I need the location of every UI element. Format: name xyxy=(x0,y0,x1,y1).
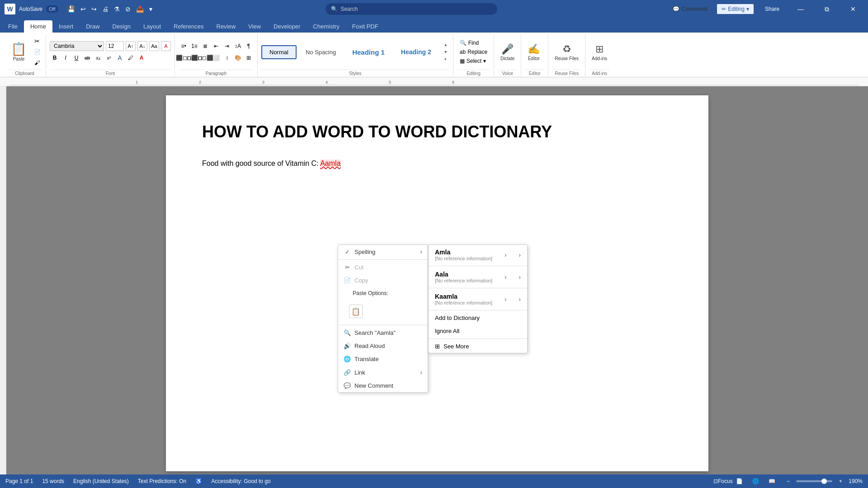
doc-page[interactable]: HOW TO ADD WORD TO WORD DICTIONARY Food … xyxy=(166,95,708,471)
restore-button[interactable]: ⧉ xyxy=(816,2,837,16)
tab-review[interactable]: Review xyxy=(210,20,242,33)
replace-icon: ab xyxy=(460,49,466,55)
print-button[interactable]: 🖨 xyxy=(100,5,110,14)
style-normal[interactable]: Normal xyxy=(261,45,297,59)
copy-button[interactable]: 📄 xyxy=(32,47,42,57)
addins-button[interactable]: ⊞ Add-ins xyxy=(589,42,610,63)
link-menu-item[interactable]: 🔗 Link xyxy=(338,366,428,379)
borders-button[interactable]: ⊞ xyxy=(244,53,254,63)
tab-view[interactable]: View xyxy=(242,20,267,33)
autosave-toggle[interactable]: Off xyxy=(46,5,58,13)
font-color-button[interactable]: A xyxy=(137,53,146,63)
numbering-button[interactable]: 1≡ xyxy=(189,41,199,51)
addins-group: ⊞ Add-ins Add-ins xyxy=(585,34,613,77)
bold-button[interactable]: B xyxy=(50,53,60,63)
styles-scroll-up[interactable]: ▲ xyxy=(442,42,449,48)
tab-foxitpdf[interactable]: Foxit PDF xyxy=(346,20,385,33)
share-button[interactable]: Share xyxy=(760,4,785,14)
cut-button[interactable]: ✂ xyxy=(32,36,42,46)
tab-insert[interactable]: Insert xyxy=(52,20,80,33)
format-painter-button[interactable]: 🖌 xyxy=(32,58,42,68)
close-button[interactable]: ✕ xyxy=(843,2,863,16)
tab-chemistry[interactable]: Chemistry xyxy=(307,20,346,33)
web-layout-button[interactable]: 🌐 xyxy=(751,477,760,486)
undo-button[interactable]: ↩ xyxy=(79,5,88,14)
styles-scroll-down[interactable]: ▼ xyxy=(442,49,449,55)
focus-button[interactable]: ⊡ Focus xyxy=(718,477,727,486)
sort-button[interactable]: ↕A xyxy=(233,41,243,51)
strikethrough-button[interactable]: ab xyxy=(82,53,92,63)
dropdown-button[interactable]: ▾ xyxy=(147,5,154,14)
replace-button[interactable]: ab Replace xyxy=(457,48,490,56)
tab-developer[interactable]: Developer xyxy=(267,20,307,33)
editor-label: Editor xyxy=(528,56,540,61)
tab-design[interactable]: Design xyxy=(106,20,137,33)
translate-menu-item[interactable]: 🌐 Translate xyxy=(338,352,428,366)
editing-mode-button[interactable]: ✏ Editing ▾ xyxy=(717,4,754,14)
zoom-controls: − + 190% xyxy=(783,477,863,486)
read-aloud-menu-item[interactable]: 🔊 Read Aloud xyxy=(338,339,428,352)
increase-indent-button[interactable]: ⇥ xyxy=(222,41,232,51)
justify-button[interactable]: ⬜ xyxy=(211,53,221,63)
tab-layout[interactable]: Layout xyxy=(137,20,167,33)
tab-file[interactable]: File xyxy=(2,20,24,33)
ignore-all-button[interactable]: Ignore All xyxy=(429,324,527,338)
zoom-slider[interactable] xyxy=(796,480,832,482)
zoom-out-button[interactable]: − xyxy=(783,477,793,486)
superscript-button[interactable]: x² xyxy=(104,53,114,63)
more-button[interactable]: ⊘ xyxy=(123,5,132,14)
spelling-menu-item[interactable]: ✓ Spelling xyxy=(338,245,428,258)
text-effect-button[interactable]: A xyxy=(115,53,125,63)
dictate-button[interactable]: 🎤 Dictate xyxy=(498,42,517,63)
highlight-button[interactable]: 🖊 xyxy=(126,53,136,63)
bullets-button[interactable]: ≡• xyxy=(179,41,189,51)
read-mode-button[interactable]: 📖 xyxy=(767,477,776,486)
paste-button[interactable]: 📋 Paste xyxy=(7,41,30,63)
minimize-button[interactable]: — xyxy=(790,2,811,16)
print-layout-button[interactable]: 📄 xyxy=(735,477,744,486)
filter-button[interactable]: ⚗ xyxy=(112,5,122,14)
style-heading2[interactable]: Heading 2 xyxy=(394,46,439,58)
change-case-button[interactable]: Aa xyxy=(149,41,159,51)
spell-item-kaamla[interactable]: Kaamla [No reference information] › xyxy=(429,289,527,309)
add-to-dictionary-button[interactable]: Add to Dictionary xyxy=(429,311,527,324)
comments-button[interactable]: 💬 Comments xyxy=(669,4,711,14)
editor-button[interactable]: ✍ Editor xyxy=(525,42,542,63)
zoom-in-button[interactable]: + xyxy=(836,477,845,486)
subscript-button[interactable]: x₂ xyxy=(93,53,103,63)
tab-home[interactable]: Home xyxy=(24,20,52,33)
tab-references[interactable]: References xyxy=(167,20,210,33)
see-more-button[interactable]: ⊞ See More xyxy=(429,340,527,353)
paste-keep-source-button[interactable]: 📋 xyxy=(349,305,363,318)
shading-button[interactable]: 🎨 xyxy=(233,53,243,63)
font-name-select[interactable]: Cambria xyxy=(50,41,104,51)
show-marks-button[interactable]: ¶ xyxy=(244,41,254,51)
decrease-indent-button[interactable]: ⇤ xyxy=(211,41,221,51)
font-grow-button[interactable]: A↑ xyxy=(126,41,136,51)
line-spacing-button[interactable]: ↕ xyxy=(222,53,232,63)
spell-item-amla[interactable]: Amla [No reference information] › xyxy=(429,245,527,265)
style-heading1[interactable]: Heading 1 xyxy=(345,46,392,59)
underline-button[interactable]: U xyxy=(71,53,81,63)
align-right-button[interactable]: ◻◻⬛ xyxy=(200,53,210,63)
styles-expand[interactable]: ▾ xyxy=(442,56,449,62)
italic-button[interactable]: I xyxy=(61,53,71,63)
redo-button[interactable]: ↪ xyxy=(90,5,99,14)
spell-item-aala[interactable]: Aala [No reference information] › xyxy=(429,267,527,287)
search-menu-item[interactable]: 🔍 Search "Aamla" xyxy=(338,326,428,339)
search-box[interactable]: 🔍 Search xyxy=(326,3,497,15)
font-shrink-button[interactable]: A↓ xyxy=(137,41,147,51)
find-button[interactable]: 🔍 Find xyxy=(457,39,490,47)
overflow-button[interactable]: 📥 xyxy=(134,5,146,14)
select-button[interactable]: ▦ Select ▾ xyxy=(457,57,490,65)
misspelled-word[interactable]: Aamla xyxy=(320,160,340,167)
style-no-spacing[interactable]: No Spacing xyxy=(298,46,343,58)
tab-draw[interactable]: Draw xyxy=(80,20,106,33)
clear-formatting-button[interactable]: A xyxy=(161,41,171,51)
multilevel-button[interactable]: ≣ xyxy=(200,41,210,51)
reuse-icon: ♻ xyxy=(562,43,571,55)
reuse-files-button[interactable]: ♻ Reuse Files xyxy=(552,42,581,63)
save-button[interactable]: 💾 xyxy=(66,5,77,14)
font-size-input[interactable] xyxy=(106,41,124,51)
new-comment-menu-item[interactable]: 💬 New Comment xyxy=(338,379,428,392)
